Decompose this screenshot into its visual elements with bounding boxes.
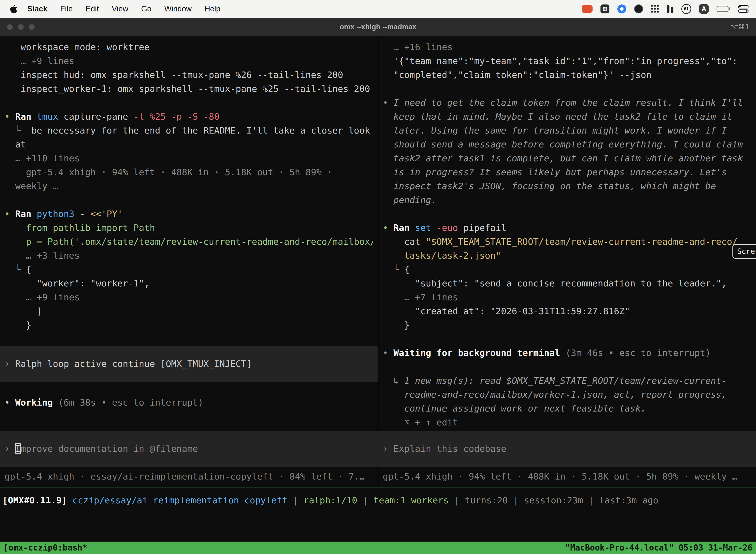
left-pane[interactable]: workspace_mode: worktree … +9 lines insp… [0, 36, 378, 487]
control-center-icon[interactable] [738, 5, 749, 13]
terminal-line: cat "$OMX_TEAM_STATE_ROOT/team/review-cu… [383, 235, 752, 249]
terminal-line: gpt-5.4 xhigh · 94% left · 488K in · 5.1… [4, 165, 373, 179]
terminal-line: later. Using the same for transition mig… [383, 124, 752, 137]
text-segment: Working [15, 397, 53, 407]
left-pane-status: gpt-5.4 xhigh · essay/ai-reimplementatio… [4, 469, 373, 484]
text-segment: … +110 lines [4, 153, 80, 163]
terminal-line: ⌥ + ↑ edit [383, 416, 752, 429]
menu-go[interactable]: Go [141, 4, 151, 13]
input-source-icon[interactable]: A [699, 4, 709, 14]
text-segment: should send a message before completing … [383, 139, 743, 150]
text-segment: Ran [15, 111, 37, 122]
screen-recording-stop-icon[interactable] [582, 5, 592, 13]
menu-bar-status-icons: 61 A [582, 4, 749, 14]
terminal-line: '{"team_name":"my-team","task_id":"1","f… [383, 54, 752, 68]
text-segment: last:3m ago [599, 495, 658, 505]
hud-pane: [OMX#0.11.9] cczip/essay/ai-reimplementa… [0, 487, 756, 542]
right-prompt-input[interactable]: › Explain this codebase [378, 431, 756, 466]
terminal-line [4, 332, 373, 346]
close-button[interactable] [7, 24, 13, 30]
terminal-line: • Ran python3 - <<'PY' [4, 207, 373, 221]
terminal-line: • Ran set -euo pipefail [383, 221, 752, 235]
text-segment: task2 after task1 is complete, but can I… [383, 153, 743, 163]
text-segment: "created_at": "2026-03-31T11:59:27.816Z" [383, 306, 630, 316]
text-segment: "subject": "send a concise recommendatio… [383, 278, 727, 288]
terminal-line: [OMX#0.11.9] cczip/essay/ai-reimplementa… [2, 493, 754, 507]
terminal-line: … +110 lines [4, 151, 373, 165]
screenshot-notification-text: Scre [737, 247, 755, 256]
terminal-line: ] [4, 304, 373, 318]
terminal-line: weekly … [4, 179, 373, 193]
terminal-line: └ { [4, 263, 373, 277]
text-segment: Ran [15, 209, 37, 219]
app-grid-icon[interactable] [651, 5, 659, 13]
screen-capture-icon[interactable] [601, 4, 610, 13]
text-segment: at [4, 139, 26, 150]
text-segment: ] [4, 306, 42, 316]
text-segment: readme-and-reco/mailbox/worker-1.json, a… [383, 389, 727, 400]
minimize-button[interactable] [18, 24, 24, 30]
text-segment: mprove documentation in @filename [20, 444, 198, 454]
screenshot-notification[interactable]: Scre [733, 244, 756, 259]
app-menu-title[interactable]: Slack [27, 4, 47, 13]
menu-view[interactable]: View [112, 4, 128, 13]
text-segment: … +3 lines [4, 251, 80, 261]
text-segment: (3m 46s • esc to interrupt) [560, 348, 711, 358]
text-segment [431, 223, 437, 233]
text-segment: … +9 lines [4, 56, 74, 66]
terminal-line [4, 96, 373, 110]
blue-app-icon[interactable] [617, 4, 626, 13]
terminal-line: "worker": "worker-1", [4, 277, 373, 290]
text-segment: 1 new msg(s): read $OMX_TEAM_STATE_ROOT/… [404, 376, 727, 386]
terminal-line: • Ran tmux capture-pane -t %25 -p -S -80 [4, 110, 373, 124]
text-segment: › [4, 359, 15, 369]
text-segment: { [404, 264, 410, 275]
text-segment: python3 [37, 209, 74, 219]
text-segment: be necessary for the end of the README. … [31, 125, 370, 135]
menu-window[interactable]: Window [164, 4, 191, 13]
stats-icon[interactable] [667, 5, 674, 13]
text-segment: <<'PY' [90, 209, 123, 219]
terminal-line: inspect task2's JSON, focusing on the st… [383, 179, 752, 193]
text-segment: | [449, 495, 465, 505]
menu-file[interactable]: File [60, 4, 73, 13]
text-segment: set [415, 223, 431, 233]
terminal-line: … +16 lines [383, 40, 752, 54]
left-prompt-input[interactable]: › Improve documentation in @filename [0, 431, 378, 466]
terminal-line [383, 82, 752, 96]
menu-help[interactable]: Help [205, 4, 220, 13]
left-pane-lines: workspace_mode: worktree … +9 lines insp… [4, 40, 373, 409]
text-segment: from pathlib import Path [4, 223, 155, 233]
right-pane-status: gpt-5.4 xhigh · 94% left · 488K in · 5.1… [383, 469, 752, 484]
text-segment: -t %25 -p -S -80 [133, 111, 219, 122]
text-segment: Ran [393, 223, 415, 233]
text-segment: (6m 38s • esc to interrupt) [53, 397, 203, 407]
menu-edit[interactable]: Edit [85, 4, 99, 13]
text-segment: | [288, 495, 304, 505]
text-segment: p = Path('.omx/state/team/review-current… [4, 236, 373, 247]
terminal-line: continue assigned work or next feasible … [383, 402, 752, 416]
text-segment: • [4, 209, 15, 219]
terminal-line: … +9 lines [4, 54, 373, 68]
window-title-bar: omx --xhigh --madmax ⌥⌘1 [0, 18, 756, 36]
terminal-line: • Waiting for background terminal (3m 46… [383, 346, 752, 360]
terminal-line [383, 360, 752, 374]
terminal-line: pending. [383, 193, 752, 207]
terminal-line: … +3 lines [4, 249, 373, 263]
left-pane-bottom: › Improve documentation in @filename gpt… [4, 431, 373, 487]
text-segment: session:23m [524, 495, 583, 505]
text-segment: pipefail [458, 223, 506, 233]
terminal-line: } [4, 318, 373, 332]
battery-percentage-badge[interactable]: 61 [681, 4, 691, 14]
battery-icon[interactable] [716, 6, 730, 12]
text-segment: • [383, 348, 393, 358]
apple-menu-icon[interactable] [10, 4, 17, 13]
text-segment: "$OMX_TEAM_STATE_ROOT/team/review-curren… [426, 236, 737, 247]
terminal-line [4, 193, 373, 207]
zoom-button[interactable] [29, 24, 35, 30]
hud-status-line: [OMX#0.11.9] cczip/essay/ai-reimplementa… [2, 493, 754, 507]
text-segment: is in progress? It seems likely but perh… [383, 167, 727, 177]
dark-app-icon[interactable] [634, 4, 643, 13]
prompt-row[interactable]: › Ralph loop active continue [OMX_TMUX_I… [0, 346, 378, 382]
right-pane[interactable]: … +16 lines '{"team_name":"my-team","tas… [378, 36, 756, 487]
